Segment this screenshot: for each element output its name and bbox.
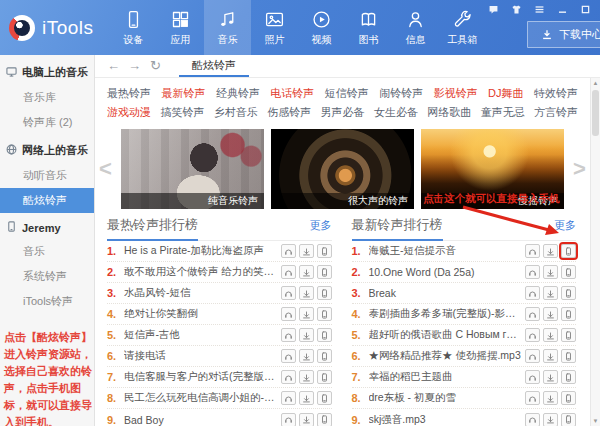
listen-button[interactable] bbox=[281, 307, 296, 321]
download-button[interactable] bbox=[543, 413, 558, 426]
category-link[interactable]: DJ舞曲 bbox=[488, 84, 523, 103]
sidebar-item[interactable]: 铃声库 (2) bbox=[0, 110, 94, 135]
listen-button[interactable] bbox=[525, 391, 540, 405]
listen-button[interactable] bbox=[525, 244, 540, 258]
listen-button[interactable] bbox=[525, 349, 540, 363]
listen-button[interactable] bbox=[525, 370, 540, 384]
download-button[interactable] bbox=[299, 265, 314, 279]
import-to-phone-button[interactable] bbox=[317, 328, 332, 342]
category-link[interactable]: 经典铃声 bbox=[216, 84, 260, 103]
import-to-phone-button[interactable] bbox=[317, 286, 332, 300]
menu-icon[interactable] bbox=[532, 3, 546, 16]
tab-cool-ringtones[interactable]: 酷炫铃声 bbox=[179, 55, 249, 77]
import-to-phone-button[interactable] bbox=[561, 370, 576, 384]
category-link[interactable]: 闹铃铃声 bbox=[379, 84, 423, 103]
more-link[interactable]: 更多 bbox=[554, 218, 576, 233]
listen-button[interactable] bbox=[281, 349, 296, 363]
category-link[interactable]: 短信铃声 bbox=[325, 84, 369, 103]
download-button[interactable] bbox=[299, 349, 314, 363]
banner-loud-ringtones[interactable]: 很大声的铃声 bbox=[271, 129, 414, 209]
import-to-phone-button[interactable] bbox=[317, 370, 332, 384]
category-link[interactable]: 伤感铃声 bbox=[267, 103, 311, 122]
toolbar-item-books[interactable]: 图书 bbox=[345, 0, 392, 55]
listen-button[interactable] bbox=[525, 307, 540, 321]
toolbar-item-device[interactable]: 设备 bbox=[110, 0, 157, 55]
download-button[interactable] bbox=[543, 370, 558, 384]
import-to-phone-button[interactable] bbox=[317, 307, 332, 321]
category-link[interactable]: 女生必备 bbox=[374, 103, 418, 122]
carousel-prev-arrow[interactable]: < bbox=[97, 129, 114, 209]
category-link[interactable]: 方言铃声 bbox=[534, 103, 578, 122]
category-link[interactable]: 乡村音乐 bbox=[214, 103, 258, 122]
download-button[interactable] bbox=[543, 328, 558, 342]
forward-arrow-icon[interactable]: → bbox=[124, 56, 145, 76]
category-link[interactable]: 特效铃声 bbox=[534, 84, 578, 103]
banner-pure-music[interactable]: 纯音乐铃声 bbox=[121, 129, 264, 209]
import-to-phone-button[interactable] bbox=[317, 391, 332, 405]
download-button[interactable] bbox=[543, 349, 558, 363]
refresh-icon[interactable]: ↻ bbox=[145, 56, 166, 76]
sidebar-item[interactable]: 动听音乐 bbox=[0, 163, 94, 188]
listen-button[interactable] bbox=[281, 370, 296, 384]
import-to-phone-button[interactable] bbox=[561, 307, 576, 321]
scroll-up-arrow-icon[interactable]: ▲ bbox=[591, 78, 600, 88]
listen-button[interactable] bbox=[525, 413, 540, 426]
download-button[interactable] bbox=[543, 265, 558, 279]
category-link[interactable]: 网络歌曲 bbox=[427, 103, 471, 122]
import-to-phone-button[interactable] bbox=[561, 349, 576, 363]
download-button[interactable] bbox=[299, 413, 314, 426]
download-button[interactable] bbox=[299, 391, 314, 405]
toolbar-item-apps[interactable]: 应用 bbox=[157, 0, 204, 55]
category-link[interactable]: 电话铃声 bbox=[270, 84, 314, 103]
download-button[interactable] bbox=[543, 307, 558, 321]
scroll-down-arrow-icon[interactable]: ▼ bbox=[591, 416, 600, 426]
import-to-phone-button[interactable] bbox=[561, 391, 576, 405]
toolbar-item-photos[interactable]: 照片 bbox=[251, 0, 298, 55]
category-link[interactable]: 童声无忌 bbox=[481, 103, 525, 122]
category-link[interactable]: 男声必备 bbox=[321, 103, 365, 122]
scrollbar[interactable]: ▲ ▼ bbox=[590, 78, 600, 426]
category-link[interactable]: 最热铃声 bbox=[107, 84, 151, 103]
download-button[interactable] bbox=[299, 244, 314, 258]
download-button[interactable] bbox=[299, 370, 314, 384]
maximize-button[interactable] bbox=[578, 3, 592, 16]
download-button[interactable] bbox=[299, 307, 314, 321]
download-button[interactable] bbox=[299, 286, 314, 300]
sidebar-item[interactable]: 酷炫铃声 bbox=[0, 188, 94, 213]
listen-button[interactable] bbox=[525, 328, 540, 342]
listen-button[interactable] bbox=[281, 265, 296, 279]
listen-button[interactable] bbox=[525, 286, 540, 300]
download-button[interactable] bbox=[543, 244, 558, 258]
import-to-phone-button[interactable] bbox=[317, 265, 332, 279]
toolbar-item-info[interactable]: 信息 bbox=[392, 0, 439, 55]
category-link[interactable]: 最新铃声 bbox=[161, 84, 205, 103]
listen-button[interactable] bbox=[281, 391, 296, 405]
toolbar-item-video[interactable]: 视频 bbox=[298, 0, 345, 55]
download-button[interactable] bbox=[543, 391, 558, 405]
import-to-phone-button[interactable] bbox=[561, 244, 576, 258]
import-to-phone-button[interactable] bbox=[561, 286, 576, 300]
download-button[interactable] bbox=[543, 286, 558, 300]
category-link[interactable]: 影视铃声 bbox=[434, 84, 478, 103]
category-link[interactable]: 游戏动漫 bbox=[107, 103, 151, 122]
toolbar-item-toolbox[interactable]: 工具箱 bbox=[439, 0, 486, 55]
feedback-icon[interactable] bbox=[486, 3, 500, 16]
sidebar-item[interactable]: 系统铃声 bbox=[0, 264, 94, 289]
listen-button[interactable] bbox=[281, 286, 296, 300]
import-to-phone-button[interactable] bbox=[561, 265, 576, 279]
listen-button[interactable] bbox=[281, 244, 296, 258]
import-to-phone-button[interactable] bbox=[317, 349, 332, 363]
import-to-phone-button[interactable] bbox=[561, 413, 576, 426]
toolbar-item-music[interactable]: 音乐 bbox=[204, 0, 251, 55]
download-button[interactable] bbox=[299, 328, 314, 342]
minimize-button[interactable] bbox=[555, 3, 569, 16]
carousel-next-arrow[interactable]: > bbox=[571, 129, 588, 209]
sidebar-item[interactable]: iTools铃声 bbox=[0, 289, 94, 314]
import-to-phone-button[interactable] bbox=[561, 328, 576, 342]
download-center-button[interactable]: 下载中心 bbox=[527, 21, 600, 48]
listen-button[interactable] bbox=[281, 328, 296, 342]
sidebar-item[interactable]: 音乐库 bbox=[0, 85, 94, 110]
sidebar-item[interactable]: 音乐 bbox=[0, 239, 94, 264]
skin-icon[interactable] bbox=[509, 3, 523, 16]
listen-button[interactable] bbox=[281, 413, 296, 426]
